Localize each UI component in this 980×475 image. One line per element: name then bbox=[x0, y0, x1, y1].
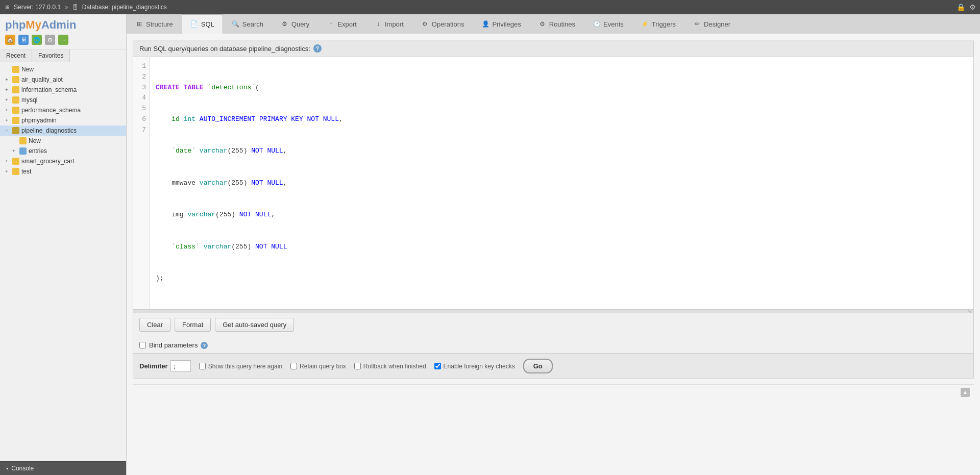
retain-query-label: Retain query box bbox=[300, 363, 346, 370]
button-bar: Clear Format Get auto-saved query bbox=[133, 312, 973, 337]
sql-help-icon[interactable]: ? bbox=[313, 44, 322, 53]
foreign-key-checkbox[interactable] bbox=[434, 363, 441, 369]
tree-item-info-schema[interactable]: + information_schema bbox=[0, 85, 126, 95]
main-content: ⊞ Structure 📄 SQL 🔍 Search ⚙ Query ↑ Exp… bbox=[127, 14, 980, 475]
expander-entries: + bbox=[10, 147, 17, 155]
expander-smart: + bbox=[3, 158, 10, 165]
logo-my: My bbox=[26, 18, 41, 31]
content-area: Run SQL query/queries on database pipeli… bbox=[127, 34, 980, 475]
tab-export[interactable]: ↑ Export bbox=[318, 14, 365, 34]
retain-query-checkbox[interactable] bbox=[290, 363, 297, 369]
tree-item-entries[interactable]: + entries bbox=[0, 146, 126, 156]
tree-item-phpmyadmin[interactable]: + phpmyadmin bbox=[0, 115, 126, 126]
tab-query[interactable]: ⚙ Query bbox=[272, 14, 318, 34]
collapse-icon[interactable]: ▲ bbox=[961, 388, 970, 397]
rollback-checkbox[interactable] bbox=[354, 363, 361, 369]
delimiter-input[interactable] bbox=[170, 360, 191, 372]
tab-routines-label: Routines bbox=[549, 20, 575, 28]
expander-air: + bbox=[3, 76, 10, 83]
home-icon[interactable]: 🏠 bbox=[5, 35, 15, 45]
tab-operations[interactable]: ⚙ Operations bbox=[412, 14, 473, 34]
tree-item-perf-schema[interactable]: + performance_schema bbox=[0, 105, 126, 115]
tree-item-smart-grocery[interactable]: + smart_grocery_cart bbox=[0, 156, 126, 166]
tab-import[interactable]: ↓ Import bbox=[365, 14, 412, 34]
console-button[interactable]: ▪ Console bbox=[0, 461, 126, 475]
search-icon: 🔍 bbox=[232, 20, 240, 28]
db-nav-icon[interactable]: 🗄 bbox=[18, 35, 29, 45]
get-auto-saved-button[interactable]: Get auto-saved query bbox=[215, 318, 294, 332]
tree-item-new-pipeline[interactable]: New bbox=[0, 136, 126, 146]
go-button[interactable]: Go bbox=[523, 359, 553, 373]
query-icon: ⚙ bbox=[281, 20, 289, 28]
globe-icon[interactable]: 🌐 bbox=[32, 35, 42, 45]
logo-php: php bbox=[5, 18, 26, 31]
pma-db-icon bbox=[12, 117, 19, 124]
code-line-1: CREATE TABLE `detections`( bbox=[156, 83, 967, 93]
format-button[interactable]: Format bbox=[175, 318, 211, 332]
tree-item-test[interactable]: + test bbox=[0, 166, 126, 177]
server-label: Server: 127.0.0.1 bbox=[14, 4, 61, 11]
code-line-7: ); bbox=[156, 273, 967, 284]
recent-tab[interactable]: Recent bbox=[0, 49, 32, 62]
settings-sidebar-icon[interactable]: ⚙ bbox=[45, 35, 55, 45]
db-icon-top: 🗄 bbox=[72, 4, 78, 10]
perf-schema-label: performance_schema bbox=[21, 107, 81, 114]
exit-icon[interactable]: → bbox=[58, 35, 68, 45]
line-num-4: 4 bbox=[136, 93, 146, 104]
expander-pma: + bbox=[3, 117, 10, 124]
server-db-icon: 🖥 bbox=[4, 4, 10, 10]
expander-test: + bbox=[3, 168, 10, 175]
tree-item-air-quality[interactable]: + air_quality_aiot bbox=[0, 74, 126, 85]
bottom-strip: ▲ bbox=[133, 384, 974, 399]
designer-icon: ✏ bbox=[693, 20, 701, 28]
sql-panel-header: Run SQL query/queries on database pipeli… bbox=[133, 40, 973, 57]
line-num-1: 1 bbox=[136, 61, 146, 72]
clear-button[interactable]: Clear bbox=[139, 318, 170, 332]
tab-designer[interactable]: ✏ Designer bbox=[684, 14, 739, 34]
export-icon: ↑ bbox=[327, 20, 335, 28]
test-label: test bbox=[21, 168, 31, 175]
breadcrumb-arrow: » bbox=[65, 4, 68, 11]
tab-structure-label: Structure bbox=[146, 20, 173, 28]
sql-icon: 📄 bbox=[190, 20, 199, 28]
mysql-db-icon bbox=[12, 96, 19, 104]
sidebar: phpMyAdmin 🏠 🗄 🌐 ⚙ → Recent Favorites Ne… bbox=[0, 14, 127, 475]
bind-params-bar: Bind parameters ? bbox=[133, 337, 973, 353]
tree-item-mysql[interactable]: + mysql bbox=[0, 95, 126, 105]
tree-item-pipeline[interactable]: − pipeline_diagnostics bbox=[0, 126, 126, 136]
logo-area: phpMyAdmin 🏠 🗄 🌐 ⚙ → bbox=[0, 14, 126, 49]
tab-privileges[interactable]: 👤 Privileges bbox=[473, 14, 529, 34]
new-pipeline-icon bbox=[19, 137, 27, 144]
tab-privileges-label: Privileges bbox=[492, 20, 521, 28]
tab-routines[interactable]: ⚙ Routines bbox=[530, 14, 584, 34]
tree-item-new-top[interactable]: New bbox=[0, 64, 126, 74]
settings-icon[interactable]: ⚙ bbox=[969, 3, 976, 11]
code-line-5: img varchar(255) NOT NULL, bbox=[156, 210, 967, 220]
tab-events[interactable]: 🕐 Events bbox=[584, 14, 632, 34]
sidebar-tabs: Recent Favorites bbox=[0, 49, 126, 62]
nav-tabs: ⊞ Structure 📄 SQL 🔍 Search ⚙ Query ↑ Exp… bbox=[127, 14, 980, 34]
triggers-icon: ⚡ bbox=[641, 20, 649, 28]
code-content[interactable]: CREATE TABLE `detections`( id int AUTO_I… bbox=[150, 57, 973, 309]
line-num-2: 2 bbox=[136, 72, 146, 83]
test-db-icon bbox=[12, 168, 19, 175]
info-db-icon bbox=[12, 86, 19, 93]
mysql-label: mysql bbox=[21, 96, 37, 104]
rollback-group: Rollback when finished bbox=[354, 363, 426, 370]
delimiter-label: Delimiter bbox=[139, 362, 168, 370]
favorites-tab[interactable]: Favorites bbox=[32, 49, 70, 62]
routines-icon: ⚙ bbox=[538, 20, 547, 28]
tab-search[interactable]: 🔍 Search bbox=[223, 14, 272, 34]
tab-operations-label: Operations bbox=[432, 20, 464, 28]
tab-structure[interactable]: ⊞ Structure bbox=[127, 14, 182, 34]
phpmyadmin-db-label: phpmyadmin bbox=[21, 117, 57, 124]
tab-sql[interactable]: 📄 SQL bbox=[182, 14, 223, 34]
bind-params-checkbox[interactable] bbox=[139, 342, 146, 348]
air-db-icon bbox=[12, 76, 19, 83]
foreign-key-label: Enable foreign key checks bbox=[444, 363, 515, 370]
bind-params-help-icon[interactable]: ? bbox=[201, 342, 208, 349]
show-query-checkbox[interactable] bbox=[199, 363, 206, 369]
retain-query-group: Retain query box bbox=[290, 363, 346, 370]
tab-triggers[interactable]: ⚡ Triggers bbox=[632, 14, 684, 34]
bind-params-label: Bind parameters bbox=[149, 341, 198, 349]
